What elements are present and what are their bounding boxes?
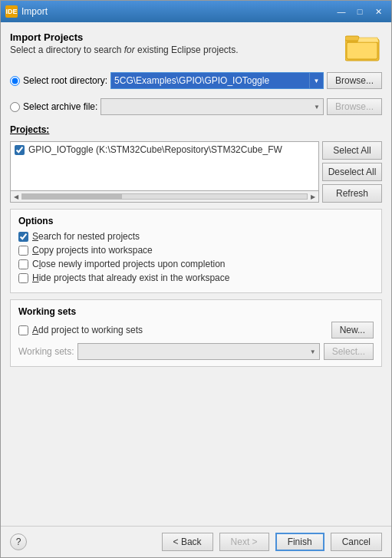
- option-search-nested-checkbox[interactable]: [18, 232, 28, 242]
- option-hide-existing: Hide projects that already exist in the …: [18, 272, 374, 283]
- root-directory-dropdown-arrow[interactable]: ▼: [309, 73, 323, 88]
- back-button[interactable]: < Back: [162, 533, 213, 551]
- option-hide-existing-label: Hide projects that already exist in the …: [32, 272, 229, 283]
- finish-button[interactable]: Finish: [275, 533, 324, 551]
- options-section: Options Search for nested projects Copy …: [10, 209, 382, 293]
- dialog-content: Import Projects Select a directory to se…: [1, 22, 391, 526]
- next-button[interactable]: Next >: [219, 533, 269, 551]
- add-to-working-sets-label: Add project to working sets: [32, 325, 143, 335]
- cancel-button[interactable]: Cancel: [331, 533, 382, 551]
- option-close-imported-label: Close newly imported projects upon compl…: [32, 259, 225, 269]
- minimize-button[interactable]: —: [333, 5, 350, 18]
- window-title: Import: [21, 6, 329, 17]
- select-all-button[interactable]: Select All: [322, 141, 382, 160]
- option-search-nested: Search for nested projects: [18, 231, 374, 242]
- projects-list-container: GPIO_IOToggle (K:\STM32Cube\Repository\S…: [10, 141, 319, 203]
- project-checkbox[interactable]: [15, 145, 25, 155]
- option-close-imported: Close newly imported projects upon compl…: [18, 259, 374, 269]
- select-archive-row: Select archive file: ▼ Browse...: [10, 98, 382, 115]
- select-root-label: Select root directory:: [23, 75, 107, 86]
- option-hide-existing-checkbox[interactable]: [18, 273, 28, 283]
- option-close-imported-checkbox[interactable]: [18, 259, 28, 269]
- projects-list: GPIO_IOToggle (K:\STM32Cube\Repository\S…: [10, 141, 319, 190]
- browse-archive-button[interactable]: Browse...: [327, 98, 382, 115]
- desc-text-italic: for: [124, 45, 135, 55]
- dialog-title: Import Projects: [10, 31, 339, 43]
- select-root-radio[interactable]: [10, 76, 20, 86]
- import-dialog: IDE Import — □ ✕ Import Projects Select …: [0, 0, 392, 558]
- option-copy-projects-checkbox[interactable]: [18, 246, 28, 256]
- browse-root-button[interactable]: Browse...: [327, 72, 382, 89]
- horizontal-scrollbar[interactable]: ◀ ▶: [10, 190, 319, 203]
- working-sets-dropdown[interactable]: ▼: [77, 343, 319, 360]
- working-sets-add-row: Add project to working sets New...: [18, 322, 374, 338]
- list-action-buttons: Select All Deselect All Refresh: [322, 141, 382, 203]
- help-button[interactable]: ?: [10, 533, 27, 550]
- window-icon: IDE: [5, 5, 18, 18]
- scroll-right-arrow[interactable]: ▶: [309, 193, 317, 200]
- working-sets-new-button[interactable]: New...: [331, 322, 374, 338]
- desc-text-after: existing Eclipse projects.: [135, 45, 239, 55]
- archive-file-input: ▼: [100, 98, 324, 115]
- maximize-button[interactable]: □: [351, 5, 368, 18]
- option-copy-projects-label: Copy projects into workspace: [32, 245, 153, 256]
- root-directory-input[interactable]: [111, 73, 309, 88]
- archive-dropdown-arrow: ▼: [314, 104, 320, 111]
- project-label: GPIO_IOToggle (K:\STM32Cube\Repository\S…: [28, 144, 282, 155]
- working-sets-select-row: Working sets: ▼ Select...: [18, 343, 374, 360]
- dialog-description: Select a directory to search for existin…: [10, 45, 339, 55]
- working-sets-select-button[interactable]: Select...: [324, 343, 374, 360]
- root-directory-input-container: ▼: [110, 72, 324, 89]
- deselect-all-button[interactable]: Deselect All: [322, 163, 382, 181]
- projects-area: GPIO_IOToggle (K:\STM32Cube\Repository\S…: [10, 141, 382, 203]
- close-button[interactable]: ✕: [370, 5, 387, 18]
- select-archive-label: Select archive file:: [23, 101, 97, 112]
- svg-rect-1: [345, 36, 359, 41]
- projects-label: Projects:: [10, 124, 382, 135]
- svg-rect-2: [347, 42, 377, 59]
- working-sets-label: Working sets:: [18, 346, 74, 357]
- header-text: Import Projects Select a directory to se…: [10, 31, 339, 55]
- option-copy-projects: Copy projects into workspace: [18, 245, 374, 256]
- bottom-bar: ? < Back Next > Finish Cancel: [1, 526, 391, 557]
- title-bar: IDE Import — □ ✕: [1, 1, 391, 22]
- select-archive-radio[interactable]: [10, 102, 20, 112]
- scroll-left-arrow[interactable]: ◀: [12, 193, 20, 200]
- desc-text-before: Select a directory to search: [10, 45, 124, 55]
- folder-icon: [345, 31, 382, 64]
- table-row: GPIO_IOToggle (K:\STM32Cube\Repository\S…: [11, 142, 318, 157]
- scroll-track: [21, 193, 308, 200]
- working-sets-dropdown-arrow: ▼: [310, 348, 316, 355]
- add-to-working-sets-checkbox[interactable]: [18, 325, 28, 335]
- select-root-row: Select root directory: ▼ Browse...: [10, 72, 382, 89]
- options-title: Options: [18, 216, 374, 226]
- scroll-thumb: [22, 194, 122, 199]
- header-area: Import Projects Select a directory to se…: [10, 31, 382, 64]
- refresh-button[interactable]: Refresh: [322, 184, 382, 203]
- working-sets-section: Working sets Add project to working sets…: [10, 299, 382, 367]
- option-search-nested-label: Search for nested projects: [32, 231, 140, 242]
- working-sets-title: Working sets: [18, 306, 374, 317]
- title-controls: — □ ✕: [333, 5, 387, 18]
